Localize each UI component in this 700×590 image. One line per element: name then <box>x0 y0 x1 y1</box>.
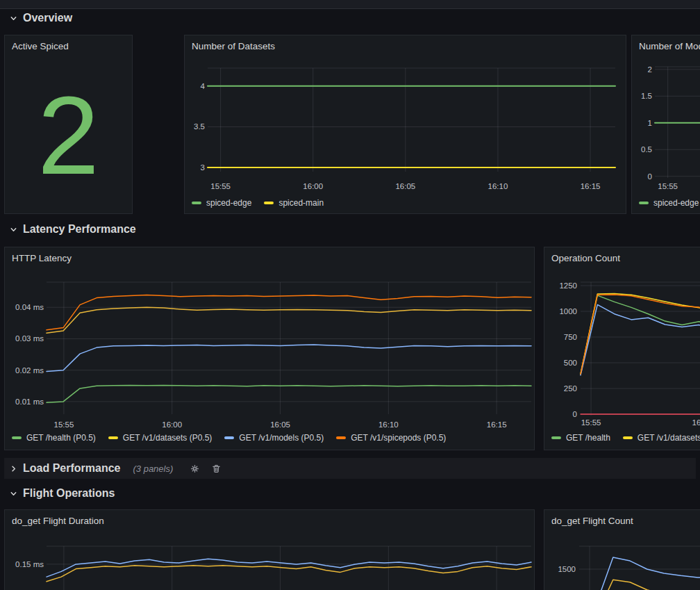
section-header-flight-operations[interactable]: Flight Operations <box>10 487 115 500</box>
panel-http-latency: HTTP Latency 0.04 ms0.03 ms0.02 ms0.01 m… <box>4 247 535 450</box>
series-line <box>579 557 700 590</box>
legend-label: GET /health (P0.5) <box>26 433 96 443</box>
time-series-plot[interactable]: 150015:5516:0016:0516:1016:15 <box>544 510 700 590</box>
legend-item[interactable]: GET /health (P0.5) <box>12 433 96 443</box>
legend-swatch <box>551 436 561 439</box>
legend-label: spiced-edge <box>206 198 251 208</box>
y-tick-label: 3 <box>201 163 205 172</box>
time-series-plot[interactable]: 21.510.5015:5516:0016:0516:1016:15 <box>632 35 700 215</box>
y-tick-label: 0.04 ms <box>15 303 44 311</box>
time-series-plot[interactable]: 43.5315:5516:0016:0516:1016:15 <box>185 35 627 215</box>
legend: spiced-edge <box>639 197 700 208</box>
top-bar <box>0 0 700 9</box>
legend-label: GET /v1/datasets (P0.5) <box>123 433 212 443</box>
y-tick-label: 1.5 <box>641 92 652 100</box>
legend-item[interactable]: spiced-edge <box>639 198 699 208</box>
y-tick-label: 1250 <box>559 281 577 290</box>
y-tick-label: 250 <box>564 384 577 393</box>
legend-label: GET /v1/models (P0.5) <box>239 433 324 443</box>
x-tick-label: 16:00 <box>303 182 323 190</box>
panels-count: (3 panels) <box>133 464 173 474</box>
section-title: Flight Operations <box>23 487 115 500</box>
legend: GET /health (P0.5)GET /v1/datasets (P0.5… <box>12 432 531 443</box>
section-title: Latency Performance <box>23 223 136 236</box>
legend-label: spiced-edge <box>653 198 699 208</box>
panel-do-get-flight-duration: do_get Flight Duration 0.15 ms15:5516:00… <box>4 509 535 590</box>
section-header-latency-performance[interactable]: Latency Performance <box>10 223 136 236</box>
legend-swatch <box>336 436 346 439</box>
y-tick-label: 0.01 ms <box>15 398 44 406</box>
panel-active-spiced: Active Spiced 2 <box>4 35 133 214</box>
legend-swatch <box>192 202 201 204</box>
x-tick-label: 15:55 <box>54 420 74 429</box>
legend: GET /healthGET /v1/datasets <box>551 432 700 443</box>
chevron-down-icon <box>10 226 17 233</box>
series-line <box>581 295 700 374</box>
series-line <box>47 295 531 330</box>
y-tick-label: 0.5 <box>641 145 652 154</box>
y-tick-label: 2 <box>648 65 652 74</box>
legend-item[interactable]: spiced-edge <box>192 198 251 208</box>
y-tick-label: 0 <box>648 172 652 181</box>
panel-number-of-models: Number of Models 21.510.5015:5516:0016:0… <box>631 35 700 214</box>
legend-swatch <box>224 436 234 439</box>
trash-icon <box>211 464 222 474</box>
y-tick-label: 1000 <box>559 307 577 316</box>
legend-item[interactable]: GET /health <box>551 433 610 443</box>
legend-item[interactable]: spiced-main <box>264 198 324 208</box>
x-tick-label: 16:05 <box>270 420 290 429</box>
y-tick-label: 3.5 <box>194 122 205 131</box>
x-tick-label: 16:00 <box>162 420 182 429</box>
x-tick-label: 16:15 <box>487 420 507 429</box>
x-tick-label: 16:00 <box>692 418 700 427</box>
x-tick-label: 16:05 <box>395 182 415 190</box>
chevron-down-icon <box>10 15 17 22</box>
panel-title[interactable]: Active Spiced <box>5 35 132 58</box>
legend-swatch <box>12 436 22 439</box>
y-tick-label: 0 <box>573 410 577 418</box>
section-title: Overview <box>23 12 72 24</box>
chevron-right-icon <box>10 465 17 473</box>
series-line <box>47 345 531 372</box>
stat-value: 2 <box>5 58 132 213</box>
y-tick-label: 750 <box>564 333 577 341</box>
legend-label: spiced-main <box>278 198 324 208</box>
legend-item[interactable]: GET /v1/datasets (P0.5) <box>108 433 212 443</box>
panel-do-get-flight-count: do_get Flight Count 150015:5516:0016:051… <box>544 509 700 590</box>
y-tick-label: 0.03 ms <box>15 334 44 343</box>
x-tick-label: 15:55 <box>581 418 601 427</box>
gear-icon <box>190 464 200 474</box>
series-line <box>47 566 531 582</box>
legend-item[interactable]: GET /v1/datasets <box>623 433 700 443</box>
row-settings-button[interactable] <box>190 464 200 474</box>
x-tick-label: 16:15 <box>581 182 601 190</box>
section-header-overview[interactable]: Overview <box>10 12 72 24</box>
panel-number-of-datasets: Number of Datasets 43.5315:5516:0016:051… <box>184 35 626 214</box>
x-tick-label: 15:55 <box>210 182 231 190</box>
legend-swatch <box>623 436 633 439</box>
legend-swatch <box>108 436 118 439</box>
y-tick-label: 0.15 ms <box>15 560 44 568</box>
legend-label: GET /health <box>566 433 610 443</box>
legend-swatch <box>264 202 274 204</box>
chevron-down-icon <box>10 490 17 498</box>
legend-item[interactable]: GET /v1/spicepods (P0.5) <box>336 433 446 443</box>
x-tick-label: 15:55 <box>658 182 678 190</box>
series-line <box>47 385 531 402</box>
row-delete-button[interactable] <box>211 464 222 474</box>
legend-item[interactable]: GET /v1/models (P0.5) <box>224 433 324 443</box>
grafana-dashboard: Overview Active Spiced 2 Number of Datas… <box>0 0 700 590</box>
x-tick-label: 16:10 <box>378 420 399 429</box>
legend-label: GET /v1/datasets <box>638 433 700 443</box>
section-title: Load Performance <box>23 462 120 475</box>
legend-label: GET /v1/spicepods (P0.5) <box>351 433 446 443</box>
time-series-plot[interactable]: 0.15 ms15:5516:0016:0516:1016:15 <box>5 510 535 590</box>
legend-swatch <box>639 202 649 204</box>
section-row-load-performance[interactable]: Load Performance (3 panels) <box>4 458 696 479</box>
legend: spiced-edgespiced-main <box>192 197 623 208</box>
time-series-plot[interactable]: 0.04 ms0.03 ms0.02 ms0.01 ms15:5516:0016… <box>5 247 535 451</box>
y-tick-label: 0.02 ms <box>15 366 44 375</box>
y-tick-label: 4 <box>201 82 206 90</box>
panel-operation-count: Operation Count 12501000750500250015:551… <box>544 247 700 450</box>
time-series-plot[interactable]: 12501000750500250015:5516:0016:0516:1016… <box>544 247 700 451</box>
